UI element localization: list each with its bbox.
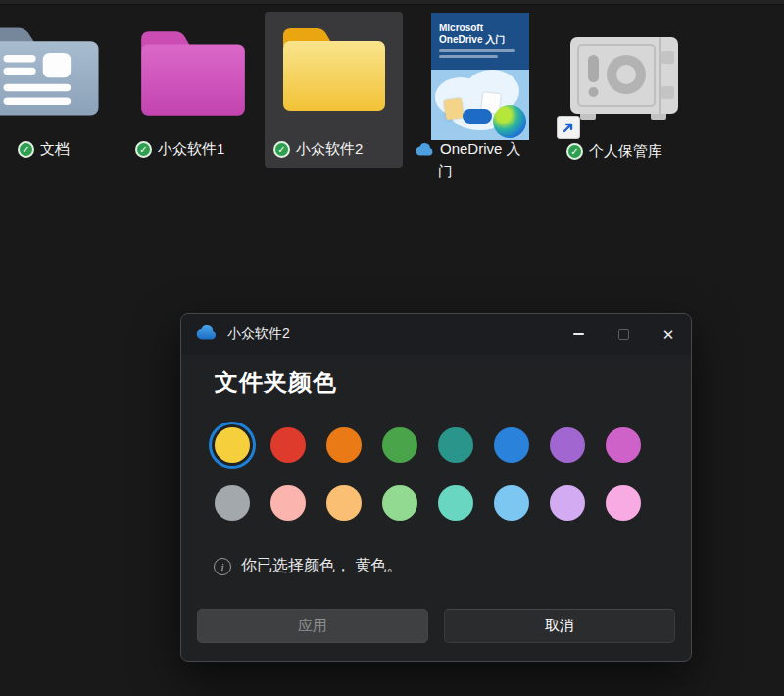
minimize-icon [573, 333, 584, 335]
doc-title-line1: Microsoft [439, 23, 521, 34]
color-swatch[interactable] [606, 485, 641, 521]
pink-folder-icon[interactable] [133, 24, 253, 124]
selection-info-text: 你已选择颜色， 黄色。 [241, 556, 402, 576]
onedrive-doc-thumbnail[interactable]: Microsoft OneDrive 入门 [431, 13, 529, 140]
edge-logo-icon [493, 105, 526, 138]
doc-illustration [431, 70, 529, 140]
color-swatch[interactable] [215, 485, 250, 521]
item-label-text: 个人保管库 [589, 142, 662, 161]
apply-button[interactable]: 应用 [197, 609, 428, 643]
color-swatch[interactable] [270, 427, 306, 463]
maximize-icon [618, 329, 629, 340]
color-swatch-row-2 [215, 485, 641, 521]
sync-check-icon: ✓ [566, 143, 583, 160]
color-swatch[interactable] [326, 485, 362, 521]
color-swatch[interactable] [606, 427, 641, 463]
shortcut-arrow-icon [557, 116, 580, 139]
yellow-folder-icon[interactable] [275, 21, 393, 119]
dialog-buttons: 应用 取消 [197, 609, 675, 643]
doc-title-line2: OneDrive 入门 [439, 34, 521, 46]
folder-icon [275, 21, 393, 119]
item-label-text: OneDrive 入 [440, 140, 521, 159]
close-icon: ✕ [662, 327, 675, 342]
item-label-text: 小众软件1 [158, 140, 224, 159]
color-swatch[interactable] [550, 485, 585, 521]
personal-vault-label[interactable]: ✓ 个人保管库 [566, 142, 662, 161]
color-swatch[interactable] [270, 485, 306, 521]
folder-icon [133, 24, 253, 124]
doc-text-bar [439, 49, 515, 52]
color-swatch[interactable] [494, 485, 529, 521]
selection-info-row: i 你已选择颜色， 黄色。 [214, 556, 402, 576]
documents-label[interactable]: ✓ 文档 [18, 140, 70, 159]
color-swatch[interactable] [438, 427, 473, 463]
toolbar-bottom-strip [0, 0, 784, 5]
doc-text-bar [439, 55, 498, 58]
sync-check-icon: ✓ [135, 141, 152, 158]
onedrive-cloud-shape [463, 109, 492, 124]
close-button[interactable]: ✕ [646, 314, 691, 355]
pink-folder-label[interactable]: ✓ 小众软件1 [135, 140, 224, 159]
color-swatch[interactable] [382, 485, 417, 521]
color-swatch-row-1 [215, 427, 641, 463]
sync-check-icon: ✓ [18, 141, 34, 158]
maximize-button [601, 314, 646, 355]
onedrive-doc-label-line2[interactable]: 门 [438, 163, 453, 181]
cancel-button[interactable]: 取消 [444, 609, 675, 643]
dialog-title: 小众软件2 [227, 325, 290, 343]
photo-card [444, 98, 465, 120]
onedrive-cloud-icon [196, 325, 218, 344]
dialog-heading: 文件夹颜色 [215, 367, 337, 398]
item-label-text: 小众软件2 [296, 140, 363, 159]
item-label-text: 门 [438, 163, 453, 181]
window-controls: ✕ [556, 314, 691, 355]
color-swatch[interactable] [326, 427, 362, 463]
color-swatch[interactable] [438, 485, 473, 521]
onedrive-cloud-icon [416, 143, 434, 156]
minimize-button[interactable] [556, 314, 601, 355]
doc-header: Microsoft OneDrive 入门 [431, 13, 529, 58]
color-swatch[interactable] [494, 427, 529, 463]
color-swatch[interactable] [550, 427, 585, 463]
documents-folder-icon[interactable] [0, 20, 108, 124]
sync-check-icon: ✓ [273, 141, 290, 158]
yellow-folder-label[interactable]: ✓ 小众软件2 [273, 140, 363, 159]
folder-icon [0, 20, 108, 124]
color-swatch[interactable] [382, 427, 417, 463]
onedrive-doc-label[interactable]: OneDrive 入 [416, 140, 521, 159]
dialog-titlebar[interactable]: 小众软件2 ✕ [181, 314, 691, 355]
folder-color-dialog: 小众软件2 ✕ 文件夹颜色 i 你已选择颜色， 黄色。 应用 取消 [180, 313, 692, 662]
personal-vault-icon[interactable] [564, 35, 684, 124]
info-icon: i [214, 558, 231, 575]
color-swatch-selected[interactable] [215, 427, 250, 463]
safe-icon [564, 35, 684, 124]
item-label-text: 文档 [40, 140, 70, 159]
